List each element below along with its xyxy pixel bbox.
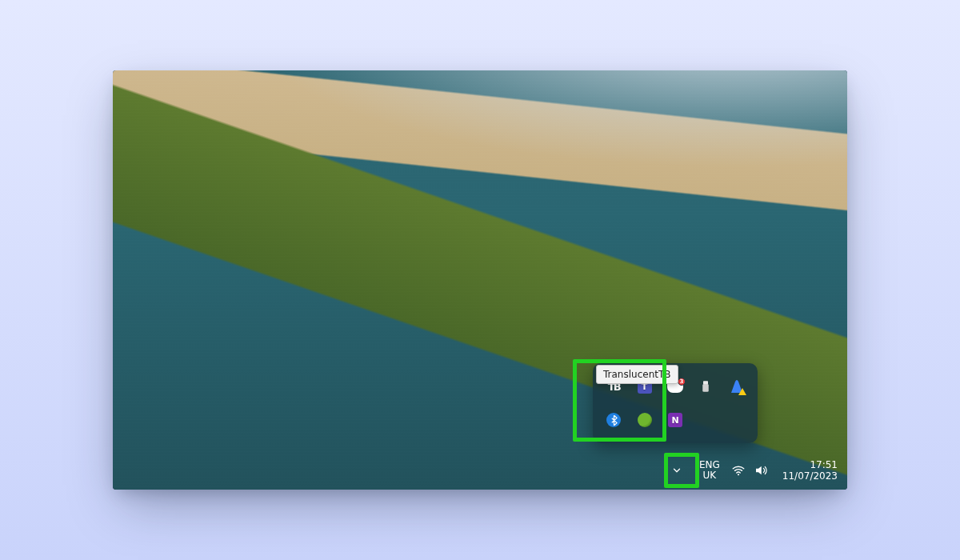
alert-icon bbox=[729, 379, 745, 394]
onenote-icon: N bbox=[668, 413, 682, 427]
taskbar: ENG UK 17:51 11/07/2023 bbox=[113, 451, 847, 490]
tray-icon-usb[interactable] bbox=[695, 376, 716, 397]
nvidia-icon bbox=[638, 413, 652, 427]
tray-overflow-chevron[interactable] bbox=[662, 456, 691, 485]
clock-time: 17:51 bbox=[810, 459, 838, 470]
chevron-down-icon bbox=[671, 465, 682, 476]
system-tray: ENG UK 17:51 11/07/2023 bbox=[662, 456, 838, 485]
tray-icon-bluetooth[interactable] bbox=[603, 410, 624, 430]
volume-icon bbox=[754, 463, 768, 478]
desktop-screenshot: TB T 3 bbox=[113, 70, 847, 490]
language-secondary: UK bbox=[703, 470, 717, 481]
svg-point-2 bbox=[738, 474, 739, 475]
quick-settings[interactable] bbox=[728, 463, 771, 478]
svg-rect-1 bbox=[703, 384, 710, 392]
tray-icon-alert[interactable] bbox=[726, 376, 747, 397]
language-indicator[interactable]: ENG UK bbox=[699, 460, 720, 481]
wifi-icon bbox=[731, 463, 746, 478]
tray-icon-nvidia[interactable] bbox=[634, 410, 655, 430]
tooltip: TranslucentTB bbox=[596, 365, 678, 384]
bluetooth-icon bbox=[606, 413, 621, 427]
tray-icon-onenote[interactable]: N bbox=[665, 410, 686, 430]
usb-icon bbox=[698, 379, 713, 394]
taskbar-clock[interactable]: 17:51 11/07/2023 bbox=[779, 459, 838, 482]
clock-date: 11/07/2023 bbox=[782, 470, 838, 482]
